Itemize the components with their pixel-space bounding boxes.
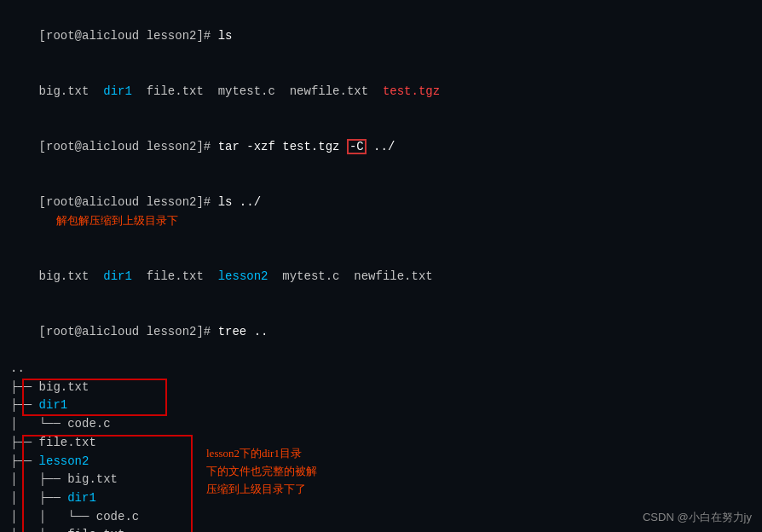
file-test-tgz: test.tgz (383, 84, 440, 98)
ls-output-1: big.txt dir1 file.txt mytest.c newfile.t… (10, 64, 752, 119)
tree-lesson2-file: │ ├── file.txt (10, 526, 752, 532)
tree-output: .. ├── big.txt ├── dir1 │ └── code.c ├──… (10, 360, 752, 532)
tree-lesson2-dir1: │ ├── dir1 (10, 489, 752, 508)
tree-file-txt: ├── file.txt (10, 434, 752, 453)
out-big-txt: big.txt (39, 269, 104, 283)
prompt-4: [root@alicloud lesson2]# (39, 325, 218, 338)
prompt-3: [root@alicloud lesson2]# (39, 195, 218, 209)
cmd-line-3: [root@alicloud lesson2]# ls ../ 解包解压缩到上级… (10, 175, 752, 249)
command-4: tree .. (218, 325, 268, 338)
tree-lesson2-dir1-label: dir1 (67, 491, 96, 505)
prompt-1: [root@alicloud lesson2]# (39, 29, 218, 43)
cmd-line-2: [root@alicloud lesson2]# tar -xzf test.t… (10, 119, 752, 175)
ann-line1: lesson2下的dir1目录 (206, 445, 317, 463)
file-big-txt: big.txt (39, 84, 104, 98)
flag-c-highlight: -C (347, 139, 367, 154)
tree-lesson2: ├── lesson2 (10, 453, 752, 471)
ann-line3: 压缩到上级目录下了 (206, 481, 317, 499)
terminal: [root@alicloud lesson2]# ls big.txt dir1… (0, 0, 762, 532)
out-lesson2: lesson2 (218, 269, 268, 283)
file-file-txt: file.txt mytest.c newfile.txt (132, 84, 383, 98)
out-dir1: dir1 (103, 269, 132, 283)
out-mytest: mytest.c newfile.txt (268, 269, 432, 283)
tree-lesson2-label: lesson2 (39, 454, 89, 468)
annotation-tar: 解包解压缩到上级目录下 (56, 214, 178, 227)
out-file-txt: file.txt (132, 269, 218, 283)
tree-lesson2-big: │ ├── big.txt (10, 471, 752, 489)
cmd-line-4: [root@alicloud lesson2]# tree .. (10, 304, 752, 360)
tree-big-txt: ├── big.txt (10, 379, 752, 397)
annotation-lesson2: lesson2下的dir1目录 下的文件也完整的被解 压缩到上级目录下了 (206, 445, 317, 498)
tree-dir1-label: dir1 (39, 398, 68, 412)
prompt-2: [root@alicloud lesson2]# (39, 140, 218, 153)
command-2: tar -xzf test.tgz (218, 140, 347, 153)
tree-dir1: ├── dir1 (10, 396, 752, 415)
command-2b: ../ (367, 140, 395, 153)
status-bar: CSDN @小白在努力jy (10, 510, 752, 525)
ann-line2: 下的文件也完整的被解 (206, 463, 317, 481)
tree-root: .. (10, 360, 752, 379)
tree-dir1-code: │ └── code.c (10, 415, 752, 434)
ls-output-2: big.txt dir1 file.txt lesson2 mytest.c n… (10, 249, 752, 304)
csdn-badge: CSDN @小白在努力jy (643, 510, 752, 525)
file-dir1: dir1 (103, 84, 132, 98)
command-1: ls (218, 29, 233, 43)
cmd-line-1: [root@alicloud lesson2]# ls (10, 9, 752, 64)
command-3: ls ../ (218, 195, 261, 209)
